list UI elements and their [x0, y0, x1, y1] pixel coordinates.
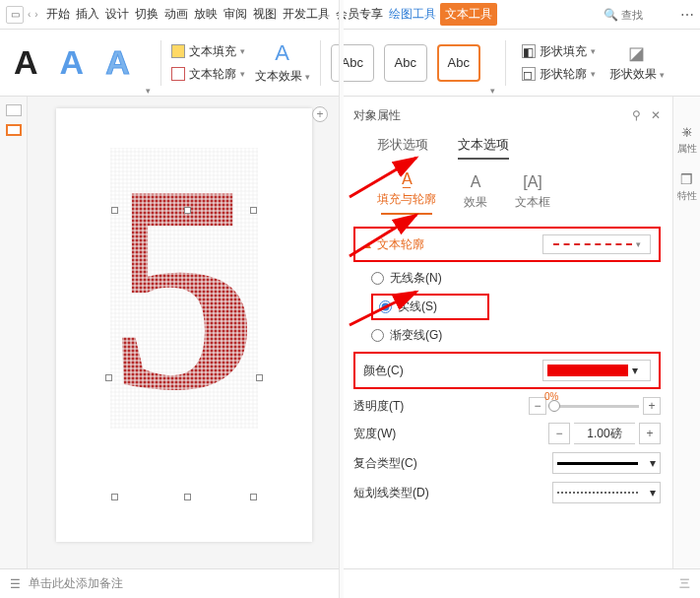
footer-right[interactable]: 三	[679, 576, 690, 591]
text-effect-button[interactable]: A 文本效果▾	[255, 40, 310, 85]
close-icon[interactable]: ✕	[651, 108, 661, 122]
tab-view[interactable]: 视图	[251, 3, 279, 26]
handle[interactable]	[184, 207, 191, 214]
tab-text-options[interactable]: 文本选项	[458, 136, 509, 160]
chevron-left-icon[interactable]: ‹	[28, 9, 31, 20]
outline-style-selector[interactable]: ▾	[542, 234, 651, 254]
color-swatch	[547, 365, 628, 376]
section-header-outline[interactable]: ▲文本轮廓	[363, 236, 424, 253]
splitter[interactable]	[339, 0, 344, 598]
subtab-effect[interactable]: A效果	[464, 173, 487, 211]
tab-show[interactable]: 放映	[192, 3, 220, 26]
compound-selector[interactable]: ▾	[552, 452, 661, 474]
text-object-5[interactable]: 5	[110, 148, 258, 429]
width-label: 宽度(W)	[353, 426, 396, 442]
compound-row: 复合类型(C) ▾	[353, 452, 661, 474]
shape-effect-icon: ◪	[628, 42, 645, 64]
width-value[interactable]: 1.00磅	[574, 423, 635, 444]
textstyle-more[interactable]: ▾	[146, 86, 151, 96]
radio-none-label: 无线条(N)	[390, 270, 442, 287]
notes-placeholder[interactable]: 单击此处添加备注	[29, 575, 123, 592]
file-icon[interactable]: ▭	[6, 6, 24, 24]
shape-fill-button[interactable]: ◧形状填充▾	[522, 43, 596, 60]
handle[interactable]	[184, 494, 191, 500]
handle[interactable]	[256, 374, 263, 381]
width-increase[interactable]: +	[639, 423, 661, 444]
canvas-area: + 5	[28, 97, 341, 568]
tab-design[interactable]: 设计	[103, 3, 131, 26]
color-row: 颜色(C) ▾	[353, 352, 661, 389]
color-selector[interactable]: ▾	[542, 360, 651, 381]
chevron-right-icon[interactable]: ›	[34, 9, 37, 20]
radio-no-line[interactable]: 无线条(N)	[371, 270, 661, 287]
notes-icon[interactable]: ☰	[10, 577, 21, 591]
compound-preview	[557, 462, 638, 465]
slide-canvas[interactable]: + 5	[56, 108, 312, 542]
footer: ☰ 单击此处添加备注 三	[0, 568, 700, 598]
radio-solid-highlight: 实线(S)	[371, 294, 489, 320]
tab-draw-tools[interactable]: 绘图工具	[387, 3, 438, 26]
fill-icon: A̲	[402, 169, 413, 188]
subtab-textbox[interactable]: [A]文本框	[515, 173, 550, 211]
radio-gradient-line[interactable]: 渐变线(G)	[371, 327, 661, 344]
tab-text-tools[interactable]: 文本工具	[440, 3, 497, 26]
handle[interactable]	[250, 494, 257, 500]
line-type-radios: 无线条(N) 实线(S) 渐变线(G)	[371, 270, 661, 344]
text-outline-button[interactable]: 文本轮廓▾	[171, 66, 245, 83]
pin-icon[interactable]: ⚲	[632, 108, 641, 122]
search-box[interactable]: 🔍	[604, 8, 670, 22]
subtab-fill-outline[interactable]: A̲填充与轮廓	[377, 169, 436, 215]
dash-row: 短划线类型(D) ▾	[353, 482, 661, 503]
tab-transition[interactable]: 切换	[133, 3, 160, 26]
thumb-mode-icon[interactable]	[6, 104, 22, 116]
width-spinner[interactable]: − 1.00磅 +	[548, 423, 661, 444]
rside-properties[interactable]: ⛯属性	[677, 124, 697, 156]
panel-title: 对象属性	[353, 107, 401, 124]
shape-style-more[interactable]: ▾	[490, 86, 495, 96]
search-icon: 🔍	[604, 8, 618, 22]
opacity-label: 透明度(T)	[353, 398, 404, 415]
shape-style-3[interactable]: Abc	[437, 44, 480, 82]
text-effect-label: 文本效果	[255, 68, 302, 85]
tab-start[interactable]: 开始	[44, 3, 72, 26]
opacity-slider[interactable]: − 0% +	[529, 397, 661, 415]
rside-prop-label: 属性	[677, 142, 697, 156]
slider-thumb[interactable]	[548, 400, 560, 412]
radio-solid-line[interactable]: 实线(S)	[379, 299, 481, 315]
handle[interactable]	[105, 374, 112, 381]
tab-insert[interactable]: 插入	[74, 3, 101, 26]
panel-header: 对象属性 ⚲ ✕	[353, 102, 661, 128]
handle[interactable]	[250, 207, 257, 214]
textstyle-solid[interactable]: A	[8, 43, 44, 82]
opacity-increase[interactable]: +	[643, 397, 661, 415]
radio-solid-label: 实线(S)	[398, 299, 437, 315]
handle[interactable]	[111, 494, 118, 500]
dash-selector[interactable]: ▾	[552, 482, 661, 503]
more-icon[interactable]: ⋯	[680, 7, 694, 23]
text-fill-button[interactable]: 文本填充▾	[171, 43, 245, 60]
textstyle-outline[interactable]: A	[54, 43, 91, 82]
add-slide-button[interactable]: +	[312, 106, 328, 122]
right-sidebar: ⛯属性 ❒特性	[672, 97, 700, 568]
slide-thumb-1[interactable]	[6, 124, 22, 136]
search-input[interactable]	[621, 9, 670, 21]
shape-effect-button[interactable]: ◪ 形状效果▾	[609, 42, 665, 83]
textstyle-bevel[interactable]: A	[99, 43, 136, 82]
rside-features[interactable]: ❒特性	[677, 171, 697, 203]
dash-preview	[557, 492, 638, 494]
tab-review[interactable]: 审阅	[222, 3, 249, 26]
cube-icon: ❒	[680, 171, 693, 187]
handle[interactable]	[111, 207, 118, 214]
tab-dev[interactable]: 开发工具	[281, 3, 332, 26]
main-area: + 5 对象属性 ⚲ ✕	[0, 97, 700, 568]
shape-format-group: ◧形状填充▾ ◻形状轮廓▾	[522, 43, 596, 83]
shape-style-2[interactable]: Abc	[384, 44, 427, 82]
chevron-down-icon: ▾	[650, 486, 656, 499]
width-decrease[interactable]: −	[548, 423, 570, 444]
tab-anim[interactable]: 动画	[162, 3, 190, 26]
shape-outline-button[interactable]: ◻形状轮廓▾	[522, 66, 596, 83]
sliders-icon: ⛯	[680, 124, 694, 140]
slider-track[interactable]: 0%	[550, 405, 639, 408]
shape-style-1[interactable]: Abc	[331, 44, 374, 82]
tab-shape-options[interactable]: 形状选项	[377, 136, 428, 160]
